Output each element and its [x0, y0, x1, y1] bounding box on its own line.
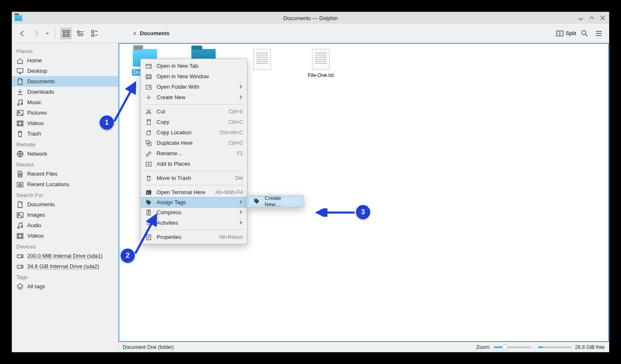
document-icon — [253, 49, 271, 70]
menu-label: Copy — [157, 119, 229, 125]
menu-label: Rename… — [157, 150, 237, 156]
menu-activities[interactable]: Activities — [141, 218, 247, 228]
menu-open-terminal-here[interactable]: Open Terminal HereAlt+Shift+F4 — [141, 187, 247, 197]
svg-rect-1 — [67, 31, 69, 33]
menu-separator — [143, 230, 245, 230]
menu-move-to-trash[interactable]: Move to TrashDel — [141, 173, 247, 183]
sidebar-item-videos[interactable]: Videos — [12, 118, 118, 128]
app-folder-icon — [15, 15, 22, 21]
video-icon — [16, 120, 24, 127]
maximize-button[interactable] — [588, 14, 595, 22]
breadcrumb[interactable]: Documents — [132, 30, 170, 36]
icons-view-button[interactable] — [60, 28, 72, 39]
disk-free-label: 26.8 GiB free — [575, 344, 605, 350]
pictures-icon — [16, 109, 24, 117]
openwith-icon — [145, 83, 152, 91]
svg-point-11 — [21, 103, 23, 105]
minimize-button[interactable] — [577, 14, 585, 22]
menu-label: Compress — [157, 209, 239, 215]
toolbar: Documents Split — [12, 24, 609, 43]
nav-history-dropdown[interactable] — [45, 32, 50, 35]
close-button[interactable] — [599, 14, 606, 22]
sidebar-item-desktop[interactable]: Desktop — [12, 66, 118, 76]
svg-point-32 — [147, 112, 148, 114]
sidebar-item-label: Documents — [27, 201, 55, 208]
menu-label: Open Folder With — [157, 84, 239, 90]
menu-separator — [143, 171, 245, 171]
submenu-create-new-[interactable]: Create New… — [248, 196, 303, 206]
sidebar-item-home[interactable]: Home — [12, 55, 118, 66]
menu-open-folder-with[interactable]: Open Folder With — [141, 82, 247, 92]
menu-shortcut: F2 — [237, 151, 243, 156]
menu-compress[interactable]: Compress — [141, 207, 247, 218]
menu-duplicate-here[interactable]: Duplicate HereCtrl+D — [141, 138, 247, 148]
sidebar-item-all-tags[interactable]: All tags — [12, 281, 118, 292]
sidebar-item-downloads[interactable]: Downloads — [12, 87, 118, 97]
hamburger-menu-button[interactable] — [593, 28, 605, 39]
sidebar-item-trash[interactable]: Trash — [12, 128, 118, 139]
back-button[interactable] — [16, 28, 28, 39]
drive-icon — [16, 263, 24, 270]
menu-create-new[interactable]: Create New — [141, 92, 247, 103]
chevron-right-icon — [239, 84, 243, 90]
sidebar-item-label: 34.8 GiB Internal Drive (sda2) — [27, 263, 99, 269]
menu-rename-[interactable]: Rename…F2 — [141, 148, 247, 159]
window-title: Documents — Dolphin — [12, 15, 609, 21]
split-view-button[interactable]: Split — [556, 30, 576, 37]
sidebar-item-recent-files[interactable]: Recent Files — [12, 169, 118, 179]
drive-icon — [16, 252, 24, 260]
svg-rect-4 — [77, 31, 79, 33]
forward-button[interactable] — [31, 28, 42, 39]
svg-rect-35 — [147, 131, 151, 135]
menu-label: Activities — [157, 220, 239, 226]
sidebar-item-videos[interactable]: Videos — [12, 231, 118, 241]
sidebar-item-34-8-gib-internal-drive-sda2-[interactable]: 34.8 GiB Internal Drive (sda2) — [12, 261, 118, 272]
sidebar-item-recent-locations[interactable]: Recent Locations — [12, 179, 118, 190]
search-button[interactable] — [579, 28, 590, 39]
menu-label: Open in New Window — [157, 73, 243, 79]
breadcrumb-documents[interactable]: Documents — [140, 30, 170, 36]
svg-point-40 — [147, 200, 147, 201]
menu-cut[interactable]: CutCtrl+X — [141, 106, 247, 117]
menu-copy[interactable]: CopyCtrl+C — [141, 117, 247, 127]
sidebar-item-images[interactable]: Images — [12, 210, 118, 220]
toolbar-separator — [55, 28, 55, 38]
menu-add-to-places[interactable]: Add to Places — [141, 159, 247, 169]
menu-copy-location[interactable]: Copy LocationCtrl+Alt+C — [141, 127, 247, 138]
file-item-2[interactable] — [243, 49, 281, 72]
sidebar-item-documents[interactable]: Documents — [12, 76, 118, 87]
music-icon — [16, 222, 24, 229]
menu-open-in-new-tab[interactable]: Open in New Tab — [141, 61, 247, 71]
assign-tags-submenu: Create New… — [247, 195, 304, 208]
sidebar-item-pictures[interactable]: Pictures — [12, 108, 118, 118]
menu-properties[interactable]: PropertiesAlt+Return — [141, 232, 247, 242]
svg-point-25 — [21, 256, 22, 256]
file-item-3[interactable]: File-One.txt — [302, 49, 340, 78]
svg-rect-5 — [92, 31, 94, 33]
document-icon — [312, 49, 330, 70]
sidebar-item-network[interactable]: Network — [12, 149, 118, 159]
sidebar-item-documents[interactable]: Documents — [12, 199, 118, 210]
menu-label: Add to Places — [157, 161, 243, 167]
sidebar-item-200-0-mib-internal-drive-sda1-[interactable]: 200.0 MiB Internal Drive (sda1) — [12, 251, 118, 261]
svg-point-43 — [255, 199, 255, 200]
zoom-slider[interactable] — [494, 346, 531, 348]
compact-view-button[interactable] — [75, 28, 86, 39]
svg-rect-34 — [147, 120, 151, 125]
menu-label: Properties — [157, 234, 219, 240]
menu-open-in-new-window[interactable]: Open in New Window — [141, 71, 247, 82]
sidebar-header: Remote — [12, 139, 118, 149]
svg-rect-3 — [67, 34, 69, 36]
newwin-icon — [145, 73, 152, 80]
details-view-button[interactable] — [89, 28, 100, 39]
trash-icon — [16, 130, 24, 138]
recentloc-icon — [16, 181, 24, 188]
svg-rect-9 — [17, 69, 23, 72]
sidebar-item-label: Documents — [27, 78, 55, 85]
download-icon — [16, 88, 24, 96]
menu-shortcut: Alt+Shift+F4 — [215, 190, 243, 195]
sidebar-item-music[interactable]: Music — [12, 97, 118, 108]
sidebar-item-audio[interactable]: Audio — [12, 220, 118, 231]
menu-assign-tags[interactable]: Assign Tags — [141, 197, 247, 208]
doc-icon — [16, 78, 24, 85]
